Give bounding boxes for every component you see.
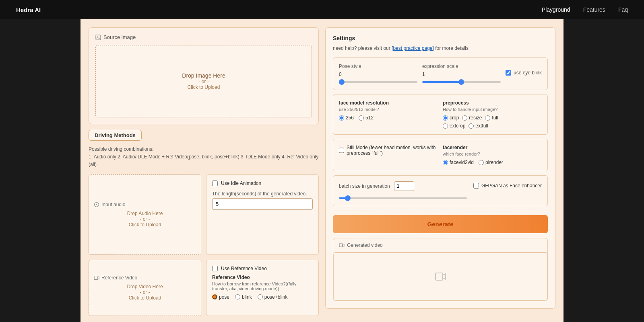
- batch-gfpgan-card: batch size in generation GFPGAN as Face …: [333, 175, 548, 206]
- facerender-pirender[interactable]: pirender: [479, 160, 503, 165]
- eye-blink-text: use eye blink: [514, 70, 542, 76]
- pose-style-value: 0: [339, 72, 417, 77]
- preprocess-extfull-label: extfull: [475, 123, 488, 129]
- preprocess-extfull[interactable]: extfull: [469, 123, 488, 129]
- pose-style-group: Pose style 0: [339, 64, 417, 84]
- face-resolution-group: face model resolution use 256/512 model?…: [339, 100, 438, 129]
- pose-option-blink[interactable]: blink: [235, 294, 252, 300]
- svg-point-1: [97, 36, 98, 37]
- face-resolution-title: face model resolution: [339, 100, 438, 106]
- expression-scale-slider[interactable]: [422, 81, 501, 83]
- ref-options-box: Use Reference Video Reference Video How …: [206, 260, 319, 316]
- svg-rect-4: [339, 244, 343, 247]
- expression-scale-value: 1: [422, 72, 501, 77]
- seconds-label: The length(seconds) of the generated vid…: [212, 191, 313, 197]
- eye-blink-group: use eye blink: [506, 64, 542, 76]
- poseblink-label: pose+blink: [264, 294, 288, 300]
- ref-or-text: - or -: [140, 289, 150, 295]
- source-image-upload[interactable]: Drop Image Here - or - Click to Upload: [95, 45, 312, 117]
- preprocess-extcrop[interactable]: extcrop: [443, 123, 465, 129]
- facerender-facevid2vid[interactable]: facevid2vid: [443, 160, 474, 165]
- video-camera-icon: [339, 242, 345, 248]
- driving-options-box: Use Idle Animation The length(seconds) o…: [206, 174, 319, 255]
- facerender-facevid2vid-radio[interactable]: [443, 160, 448, 165]
- preprocess-full-radio[interactable]: [485, 115, 490, 121]
- idle-animation-row[interactable]: Use Idle Animation: [212, 180, 313, 186]
- nav-playground[interactable]: Playground: [542, 6, 570, 13]
- generated-video-title: Generated video: [347, 242, 383, 248]
- still-facerender-grid: Still Mode (fewer head motion, works wit…: [339, 145, 542, 165]
- preprocess-resize[interactable]: resize: [462, 115, 482, 121]
- preprocess-extcrop-radio[interactable]: [443, 123, 448, 129]
- facerender-pirender-radio[interactable]: [479, 160, 484, 165]
- resolution-512[interactable]: 512: [359, 115, 374, 121]
- seconds-input[interactable]: [212, 198, 313, 210]
- source-image-click-text: Click to Upload: [188, 84, 220, 90]
- generated-video-box: [333, 252, 547, 301]
- ref-video-upload-area[interactable]: Reference Video Drop Video Here - or - C…: [89, 260, 201, 316]
- batch-size-slider[interactable]: [339, 197, 467, 199]
- preprocess-crop-radio[interactable]: [443, 115, 448, 121]
- facerender-sub: which face render?: [443, 152, 542, 156]
- use-ref-video-checkbox[interactable]: [212, 266, 218, 271]
- preprocess-extfull-radio[interactable]: [469, 123, 474, 129]
- preprocess-group: preprocess How to handle input image? cr…: [443, 100, 542, 129]
- generate-button[interactable]: Generate: [333, 215, 548, 233]
- pose-option-pose[interactable]: pose: [212, 294, 229, 300]
- blink-label: blink: [242, 294, 252, 300]
- ref-video-info-desc: How to borrow from reference Video?((ful…: [212, 281, 313, 291]
- gfpgan-checkbox[interactable]: [473, 183, 479, 189]
- pose-radio[interactable]: [212, 294, 217, 299]
- still-facerender-card: Still Mode (fewer head motion, works wit…: [333, 139, 548, 171]
- batch-size-input[interactable]: [394, 181, 414, 191]
- preprocess-resize-label: resize: [469, 115, 482, 121]
- eye-blink-checkbox[interactable]: [506, 70, 511, 76]
- source-image-drop-text: Drop Image Here: [182, 72, 225, 79]
- face-preprocess-grid: face model resolution use 256/512 model?…: [339, 100, 542, 129]
- pose-option-poseblink[interactable]: pose+blink: [258, 294, 288, 300]
- source-image-header: Source image: [95, 34, 312, 40]
- resolution-256[interactable]: 256: [339, 115, 354, 121]
- right-panel: Settings need help? please visit our [be…: [325, 27, 555, 316]
- preprocess-resize-radio[interactable]: [462, 115, 467, 121]
- resolution-256-radio[interactable]: [339, 115, 344, 121]
- pose-label: pose: [219, 294, 229, 300]
- preprocess-crop[interactable]: crop: [443, 115, 459, 121]
- still-mode-row[interactable]: Still Mode (fewer head motion, works wit…: [339, 145, 438, 156]
- left-panel: Source image Drop Image Here - or - Clic…: [89, 27, 319, 316]
- use-ref-video-label: Use Reference Video: [221, 266, 267, 271]
- pose-options-group: pose blink pose+blink: [212, 294, 313, 300]
- batch-row: batch size in generation: [339, 181, 467, 191]
- nav-links: Playground Features Faq: [542, 6, 628, 13]
- settings-title: Settings: [333, 35, 548, 41]
- face-resolution-sub: use 256/512 model?: [339, 107, 438, 112]
- still-mode-checkbox[interactable]: [339, 148, 344, 153]
- ref-click-text: Click to Upload: [129, 295, 161, 301]
- facerender-pirender-label: pirender: [485, 160, 503, 165]
- source-image-card: Source image Drop Image Here - or - Clic…: [89, 27, 319, 124]
- image-icon: [95, 35, 101, 40]
- nav-faq[interactable]: Faq: [618, 6, 628, 13]
- pose-style-label: Pose style: [339, 64, 417, 69]
- preprocess-full[interactable]: full: [485, 115, 498, 121]
- use-ref-video-row[interactable]: Use Reference Video: [212, 266, 313, 271]
- poseblink-radio[interactable]: [258, 294, 263, 299]
- svg-rect-3: [94, 276, 98, 279]
- eye-blink-label[interactable]: use eye blink: [506, 70, 542, 76]
- batch-gfpgan-row: batch size in generation GFPGAN as Face …: [339, 181, 542, 200]
- nav-features[interactable]: Features: [583, 6, 605, 13]
- help-link[interactable]: [best practice page]: [392, 45, 434, 51]
- idle-animation-checkbox[interactable]: [212, 180, 218, 186]
- batch-size-group: batch size in generation: [339, 181, 467, 200]
- audio-upload-area[interactable]: Input audio Drop Audio Here - or - Click…: [89, 174, 201, 255]
- preprocess-sub: How to handle input image?: [443, 107, 542, 112]
- driving-grid: Input audio Drop Audio Here - or - Click…: [89, 174, 319, 255]
- expression-scale-group: expression scale 1: [422, 64, 501, 84]
- svg-rect-5: [436, 273, 443, 280]
- driving-info-text: Possible driving combinations: 1. Audio …: [89, 146, 319, 169]
- pose-style-slider[interactable]: [339, 81, 417, 83]
- resolution-512-radio[interactable]: [359, 115, 364, 121]
- gfpgan-row[interactable]: GFPGAN as Face enhancer: [473, 183, 542, 189]
- brand-logo: Hedra AI: [16, 6, 41, 13]
- blink-radio[interactable]: [235, 294, 240, 299]
